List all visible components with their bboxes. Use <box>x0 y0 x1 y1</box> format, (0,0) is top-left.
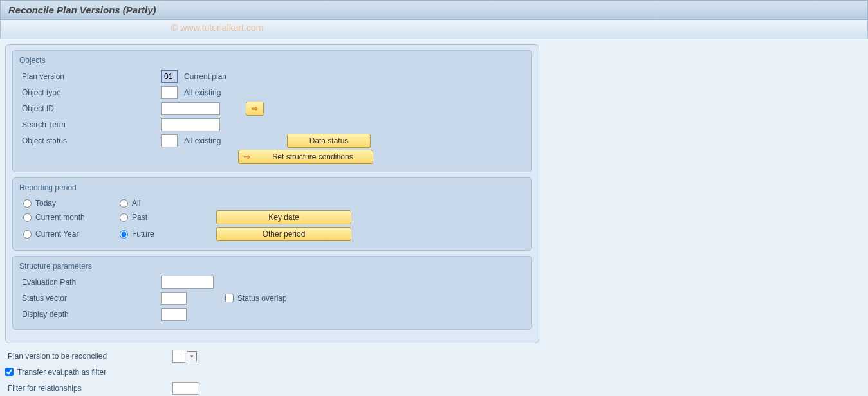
set-structure-conditions-button[interactable]: Set structure conditions <box>238 150 373 164</box>
display-depth-input[interactable] <box>161 308 187 321</box>
plan-version-input[interactable] <box>161 70 178 83</box>
structure-parameters-group: Structure parameters Evaluation Path Sta… <box>12 256 532 330</box>
row-transfer-eval-path: Transfer eval.path as filter <box>5 364 863 379</box>
object-id-label: Object ID <box>19 104 161 113</box>
objects-group: Objects Plan version Current plan Object… <box>12 50 532 172</box>
radio-past[interactable]: Past <box>120 213 216 222</box>
key-date-button[interactable]: Key date <box>216 210 351 224</box>
radio-past-input[interactable] <box>120 213 128 222</box>
row-filter-relationships: Filter for relationships <box>5 381 863 395</box>
object-type-desc: All existing <box>184 88 221 97</box>
reporting-period-group: Reporting period Today All Current month… <box>12 177 532 251</box>
radio-future-input[interactable] <box>120 230 128 239</box>
structure-parameters-title: Structure parameters <box>19 262 525 271</box>
arrow-right-icon <box>244 152 250 161</box>
status-vector-input[interactable] <box>161 292 187 305</box>
status-overlap-checkbox[interactable] <box>225 294 234 302</box>
objects-title: Objects <box>19 56 525 65</box>
object-status-input[interactable] <box>161 134 178 147</box>
radio-current-month[interactable]: Current month <box>23 213 120 222</box>
radio-current-year-input[interactable] <box>23 230 32 239</box>
object-type-label: Object type <box>19 88 161 97</box>
radio-current-month-input[interactable] <box>23 213 32 222</box>
set-structure-conditions-label: Set structure conditions <box>258 152 367 161</box>
f4-help-icon[interactable]: ▾ <box>187 351 197 361</box>
row-evaluation-path: Evaluation Path <box>19 274 525 289</box>
filter-relationships-label: Filter for relationships <box>5 384 172 393</box>
plan-version-reconciled-input[interactable] <box>172 350 185 363</box>
row-object-status: Object status All existing Data status <box>19 133 525 148</box>
content-area: Objects Plan version Current plan Object… <box>0 39 868 396</box>
row-structure-conditions: Set structure conditions <box>19 149 525 164</box>
row-search-term: Search Term <box>19 117 525 132</box>
plan-version-label: Plan version <box>19 72 161 81</box>
watermark: © www.tutorialkart.com <box>171 22 263 33</box>
transfer-eval-path-checkbox[interactable] <box>5 368 14 376</box>
display-depth-label: Display depth <box>19 310 161 319</box>
search-term-input[interactable] <box>161 118 220 131</box>
data-status-button[interactable]: Data status <box>287 134 371 148</box>
main-panel: Objects Plan version Current plan Object… <box>5 44 539 343</box>
object-id-multi-button[interactable] <box>246 102 264 116</box>
status-vector-label: Status vector <box>19 294 161 303</box>
row-object-id: Object ID <box>19 101 525 116</box>
radio-all-input[interactable] <box>120 199 128 208</box>
transfer-eval-path-check[interactable]: Transfer eval.path as filter <box>5 368 106 377</box>
evaluation-path-input[interactable] <box>161 276 214 289</box>
data-status-label: Data status <box>309 136 349 145</box>
reporting-period-title: Reporting period <box>19 183 525 192</box>
row-object-type: Object type All existing <box>19 85 525 100</box>
radio-current-year[interactable]: Current Year <box>23 230 120 239</box>
row-plan-version-reconciled: Plan version to be reconciled ▾ <box>5 348 863 363</box>
radio-all[interactable]: All <box>120 199 216 208</box>
row-status-vector: Status vector Status overlap <box>19 291 525 305</box>
object-id-input[interactable] <box>161 102 220 115</box>
plan-version-reconciled-label: Plan version to be reconciled <box>5 352 172 361</box>
page-title: Reconcile Plan Versions (Partly) <box>8 4 156 15</box>
title-bar: Reconcile Plan Versions (Partly) <box>0 0 868 20</box>
arrow-right-icon <box>252 104 258 113</box>
object-type-input[interactable] <box>161 86 178 99</box>
status-overlap-check[interactable]: Status overlap <box>225 294 287 303</box>
plan-version-desc: Current plan <box>184 72 226 81</box>
row-display-depth: Display depth <box>19 307 525 321</box>
row-plan-version: Plan version Current plan <box>19 69 525 84</box>
bottom-section: Plan version to be reconciled ▾ Transfer… <box>5 348 863 396</box>
radio-future[interactable]: Future <box>120 230 216 239</box>
other-period-button[interactable]: Other period <box>216 227 351 241</box>
reporting-radio-grid: Today All Current month Past Key date Cu… <box>19 196 525 244</box>
object-status-desc: All existing <box>184 136 287 145</box>
toolbar-strip: © www.tutorialkart.com <box>0 20 868 39</box>
evaluation-path-label: Evaluation Path <box>19 278 161 287</box>
search-term-label: Search Term <box>19 120 161 129</box>
radio-today-input[interactable] <box>23 199 32 208</box>
filter-relationships-input[interactable] <box>172 382 198 395</box>
radio-today[interactable]: Today <box>23 199 120 208</box>
object-status-label: Object status <box>19 136 161 145</box>
